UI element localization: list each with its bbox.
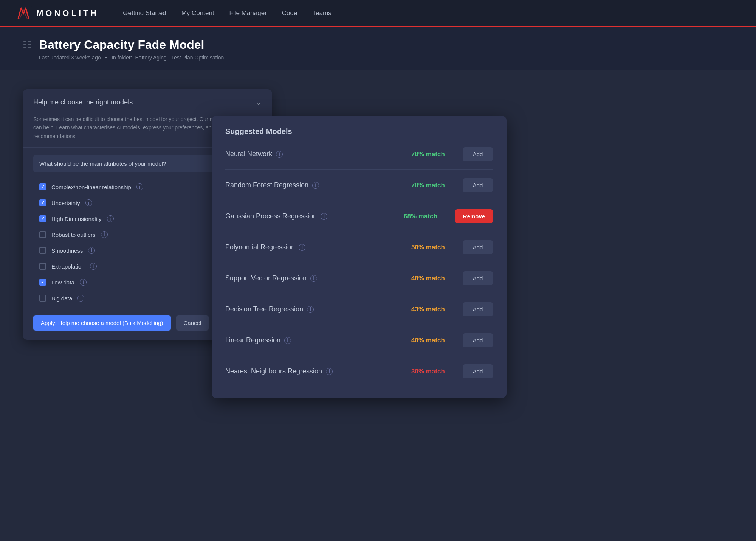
info-icon-random-forest[interactable]: i: [312, 182, 319, 189]
info-icon-polynomial[interactable]: i: [299, 244, 305, 251]
last-updated: Last updated 3 weeks ago: [39, 54, 101, 61]
match-pct-polynomial: 50% match: [411, 244, 457, 251]
add-button-nearest-neighbours[interactable]: Add: [463, 364, 493, 378]
checkbox-big-data[interactable]: [39, 295, 46, 302]
logo-icon: [15, 5, 32, 22]
model-name-polynomial: Polynomial Regression i: [225, 243, 405, 251]
add-button-neural-network[interactable]: Add: [463, 147, 493, 161]
checkbox-complex[interactable]: [39, 183, 46, 190]
info-icon-nearest-neighbours[interactable]: i: [326, 368, 333, 375]
checkbox-label-low-data: Low data: [51, 279, 74, 286]
checkbox-uncertainty[interactable]: [39, 199, 46, 206]
model-name-decision-tree: Decision Tree Regression i: [225, 305, 405, 313]
info-icon-robust[interactable]: i: [101, 231, 108, 238]
navbar: MONOLITH Getting Started My Content File…: [0, 0, 756, 27]
folder-link[interactable]: Battery Aging - Test Plan Optimisation: [135, 54, 224, 61]
checkbox-label-smoothness: Smoothness: [51, 247, 83, 254]
checkbox-label-uncertainty: Uncertainty: [51, 200, 80, 206]
model-row-polynomial: Polynomial Regression i 50% match Add: [225, 232, 493, 263]
model-name-svr: Support Vector Regression i: [225, 274, 405, 282]
apply-button[interactable]: Apply: Help me choose a model (Bulk Mode…: [33, 315, 171, 331]
nav-item-teams[interactable]: Teams: [312, 9, 331, 17]
logo-text: MONOLITH: [36, 8, 99, 18]
suggested-models-title: Suggested Models: [225, 127, 493, 136]
nav-item-code[interactable]: Code: [282, 9, 297, 17]
add-button-polynomial[interactable]: Add: [463, 240, 493, 254]
info-icon-big-data[interactable]: i: [77, 295, 84, 302]
checkbox-label-complex: Complex/non-linear relationship: [51, 184, 131, 190]
checkbox-extrapolation[interactable]: [39, 263, 46, 270]
model-row-nearest-neighbours: Nearest Neighbours Regression i 30% matc…: [225, 356, 493, 387]
match-pct-svr: 48% match: [411, 275, 457, 282]
match-pct-linear: 40% match: [411, 337, 457, 344]
checkbox-robust[interactable]: [39, 231, 46, 238]
model-row-random-forest: Random Forest Regression i 70% match Add: [225, 170, 493, 201]
info-icon-extrapolation[interactable]: i: [90, 263, 97, 270]
match-pct-decision-tree: 43% match: [411, 306, 457, 313]
add-button-svr[interactable]: Add: [463, 271, 493, 285]
match-pct-nearest-neighbours: 30% match: [411, 368, 457, 375]
match-pct-gaussian: 68% match: [404, 213, 449, 220]
suggested-models-panel: Suggested Models Neural Network i 78% ma…: [212, 116, 507, 398]
checkbox-label-big-data: Big data: [51, 295, 72, 302]
nav-item-file-manager[interactable]: File Manager: [229, 9, 267, 17]
add-button-linear[interactable]: Add: [463, 333, 493, 347]
model-row-gaussian: Gaussian Process Regression i 68% match …: [225, 201, 493, 232]
info-icon-high-dim[interactable]: i: [107, 215, 114, 222]
logo[interactable]: MONOLITH: [15, 5, 99, 22]
model-name-gaussian: Gaussian Process Regression i: [225, 212, 398, 220]
page-meta: Last updated 3 weeks ago • In folder: Ba…: [39, 54, 224, 61]
info-icon-smoothness[interactable]: i: [88, 247, 95, 254]
divider: •: [105, 54, 107, 61]
chevron-down-icon: ⌄: [255, 98, 262, 107]
match-pct-random-forest: 70% match: [411, 182, 457, 189]
info-icon-low-data[interactable]: i: [80, 279, 87, 286]
info-icon-svr[interactable]: i: [310, 275, 317, 282]
info-icon-neural-network[interactable]: i: [276, 151, 283, 158]
model-row-neural-network: Neural Network i 78% match Add: [225, 139, 493, 170]
checkbox-label-robust: Robust to outliers: [51, 232, 96, 238]
page-header: ☷ Battery Capacity Fade Model Last updat…: [0, 27, 756, 70]
info-icon-decision-tree[interactable]: i: [307, 306, 314, 313]
model-name-random-forest: Random Forest Regression i: [225, 181, 405, 189]
page-title: Battery Capacity Fade Model: [39, 38, 224, 52]
model-name-neural-network: Neural Network i: [225, 150, 405, 158]
main-area: Help me choose the right models ⌄ Someti…: [0, 70, 756, 541]
document-icon: ☷: [23, 39, 31, 51]
nav-item-getting-started[interactable]: Getting Started: [123, 9, 166, 17]
checkbox-high-dim[interactable]: [39, 215, 46, 222]
add-button-decision-tree[interactable]: Add: [463, 302, 493, 316]
model-row-svr: Support Vector Regression i 48% match Ad…: [225, 263, 493, 294]
model-row-linear: Linear Regression i 40% match Add: [225, 325, 493, 356]
add-button-random-forest[interactable]: Add: [463, 178, 493, 192]
info-icon-gaussian[interactable]: i: [321, 213, 327, 220]
nav-item-my-content[interactable]: My Content: [181, 9, 214, 17]
checkbox-smoothness[interactable]: [39, 247, 46, 254]
model-name-nearest-neighbours: Nearest Neighbours Regression i: [225, 367, 405, 375]
panel-header-title: Help me choose the right models: [33, 98, 133, 106]
match-pct-neural-network: 78% match: [411, 151, 457, 158]
model-row-decision-tree: Decision Tree Regression i 43% match Add: [225, 294, 493, 325]
model-name-linear: Linear Regression i: [225, 336, 405, 344]
cancel-button[interactable]: Cancel: [176, 315, 209, 331]
checkbox-label-extrapolation: Extrapolation: [51, 263, 85, 270]
folder-prefix: In folder:: [112, 54, 132, 61]
page-header-content: Battery Capacity Fade Model Last updated…: [39, 38, 224, 61]
checkbox-low-data[interactable]: [39, 279, 46, 286]
info-icon-complex[interactable]: i: [136, 183, 143, 190]
info-icon-linear[interactable]: i: [284, 337, 291, 344]
info-icon-uncertainty[interactable]: i: [85, 199, 92, 206]
nav-links: Getting Started My Content File Manager …: [123, 9, 331, 17]
checkbox-label-high-dim: High Dimensionality: [51, 216, 102, 222]
remove-button-gaussian[interactable]: Remove: [455, 209, 493, 223]
panel-header[interactable]: Help me choose the right models ⌄: [23, 89, 272, 115]
